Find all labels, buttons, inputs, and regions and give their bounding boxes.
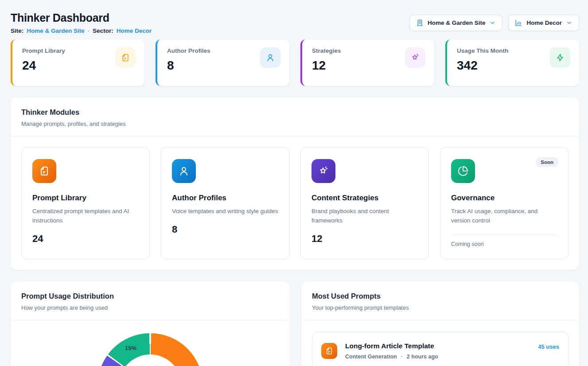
page-title: Thinker Dashboard [11,12,152,24]
meta-separator: · [401,354,403,360]
modules-grid: Prompt Library Centralized prompt templa… [11,136,579,270]
prompt-info: Long-form Article Template Content Gener… [345,342,530,360]
prompt-list-item[interactable]: Long-form Article Template Content Gener… [312,332,569,366]
stat-label: Strategies [312,47,341,54]
stat-label: Prompt Library [22,47,65,54]
module-count: 8 [172,224,278,235]
document-icon [321,343,337,359]
site-label: Site: [11,27,23,34]
modules-panel-title: Thinker Modules [21,108,569,117]
sparkle-star-icon [312,159,335,183]
prompts-card-header: Most Used Prompts Your top-performing pr… [301,281,579,320]
prompt-category: Content Generation [345,354,397,360]
chart-area: 15% [11,320,290,366]
module-description: Track AI usage, compliance, and version … [451,207,557,226]
chevron-down-icon [566,19,572,26]
modules-panel-header: Thinker Modules Manage prompts, profiles… [11,97,579,136]
prompt-meta: Content Generation · 2 hours ago [345,354,530,360]
site-selector-label: Home & Garden Site [428,19,486,26]
prompt-list: Long-form Article Template Content Gener… [301,320,579,366]
stat-card-usage: Usage This Month 342 [445,39,579,86]
slice-data-label: 15% [121,345,141,351]
dashboard-page: Thinker Dashboard Site: Home & Garden Si… [0,0,588,366]
modules-panel-subtitle: Manage prompts, profiles, and strategies [21,121,569,127]
coming-soon-text: Coming soon [451,241,557,247]
site-link[interactable]: Home & Garden Site [27,27,85,34]
usage-card-subtitle: How your prompts are being used [21,304,279,311]
user-icon [260,47,280,68]
divider [451,234,557,235]
prompt-title: Long-form Article Template [345,342,530,350]
sector-selector-label: Home Decor [526,19,562,26]
module-card-content-strategies[interactable]: Content Strategies Brand playbooks and c… [300,147,429,259]
module-card-governance[interactable]: Soon Governance Track AI usage, complian… [440,147,569,259]
usage-donut-chart[interactable]: 15% [97,333,203,366]
stat-card-prompt-library: Prompt Library 24 [11,39,144,86]
usage-distribution-card: Prompt Usage Distribution How your promp… [11,281,290,366]
soon-badge: Soon [536,157,558,167]
document-icon [32,159,56,183]
header-left: Thinker Dashboard Site: Home & Garden Si… [11,12,152,34]
module-title: Author Profiles [172,194,278,202]
prompt-time: 2 hours ago [407,354,438,360]
document-icon [115,47,136,68]
module-description: Voice templates and writing style guides [172,207,278,216]
stat-value: 8 [167,58,210,73]
module-description: Brand playbooks and content frameworks [312,207,418,226]
sector-selector-button[interactable]: Home Decor [508,15,579,31]
user-icon [172,159,196,183]
module-count: 12 [312,233,418,245]
module-card-author-profiles[interactable]: Author Profiles Voice templates and writ… [161,147,289,259]
stat-value: 24 [22,58,65,73]
most-used-prompts-card: Most Used Prompts Your top-performing pr… [301,281,579,366]
sector-label: Sector: [93,27,113,34]
module-description: Centralized prompt templates and AI inst… [32,207,139,226]
module-count: 24 [32,233,139,245]
bar-chart-icon [515,19,522,27]
stat-card-author-profiles: Author Profiles 8 [156,39,289,86]
stat-value: 12 [312,58,341,73]
prompts-card-subtitle: Your top-performing prompt templates [312,304,569,311]
bottom-row: Prompt Usage Distribution How your promp… [11,281,579,366]
prompt-uses-badge: 45 uses [538,343,559,350]
building-icon [416,19,424,27]
thinker-modules-panel: Thinker Modules Manage prompts, profiles… [11,97,579,270]
pie-chart-icon [451,159,475,183]
module-title: Content Strategies [312,194,418,202]
donut-hole [119,354,182,366]
page-header: Thinker Dashboard Site: Home & Garden Si… [11,12,579,34]
module-card-prompt-library[interactable]: Prompt Library Centralized prompt templa… [21,147,150,259]
usage-card-header: Prompt Usage Distribution How your promp… [11,281,290,320]
chevron-down-icon [489,19,496,26]
sector-link[interactable]: Home Decor [117,27,152,34]
stat-value: 342 [457,58,508,73]
stat-label: Usage This Month [457,47,508,54]
zap-icon [550,47,570,68]
header-selectors: Home & Garden Site Home Decor [409,15,579,31]
stat-card-strategies: Strategies 12 [300,39,434,86]
breadcrumb-separator: · [88,27,90,34]
sparkle-star-icon [405,47,425,68]
breadcrumb: Site: Home & Garden Site · Sector: Home … [11,27,152,34]
module-title: Governance [451,194,557,202]
usage-card-title: Prompt Usage Distribution [21,292,279,300]
prompts-card-title: Most Used Prompts [312,292,569,300]
stats-row: Prompt Library 24 Author Profiles 8 Stra… [11,39,579,86]
module-title: Prompt Library [32,194,139,202]
stat-label: Author Profiles [167,47,210,54]
site-selector-button[interactable]: Home & Garden Site [409,15,503,31]
